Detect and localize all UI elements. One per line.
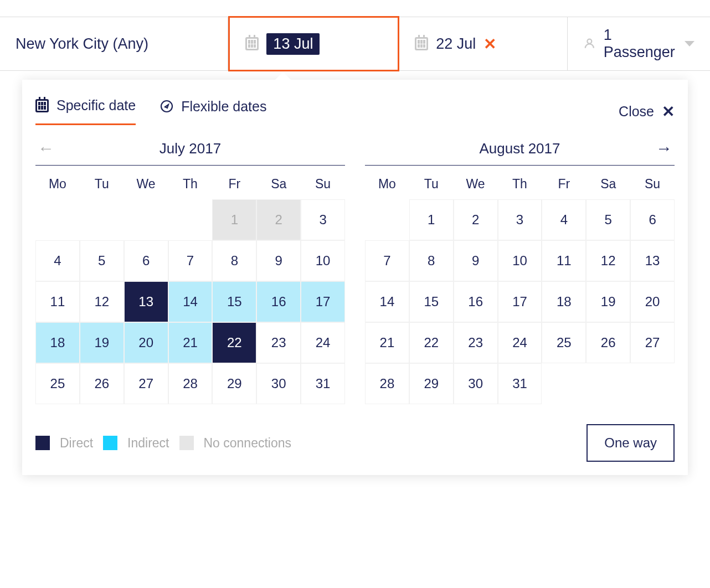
day-cell[interactable]: 18 [35,322,80,363]
legend-label-noconn: No connections [204,436,292,451]
day-cell[interactable]: 24 [498,322,542,363]
close-label: Close [619,104,654,120]
day-cell[interactable]: 6 [630,199,675,240]
next-month-button[interactable]: → [656,139,672,158]
day-cell[interactable]: 13 [124,281,168,322]
day-cell[interactable]: 20 [630,281,675,322]
day-cell[interactable]: 21 [168,322,213,363]
day-cell[interactable]: 29 [212,363,256,404]
day-cell[interactable]: 27 [630,322,675,363]
calendar-icon [415,37,428,50]
day-cell[interactable]: 30 [454,363,498,404]
day-cell[interactable]: 7 [168,240,213,281]
calendar-icon [245,37,259,50]
day-cell[interactable]: 12 [80,281,124,322]
close-icon: ✕ [662,102,675,121]
day-cell[interactable]: 4 [35,240,80,281]
weekday-label: We [454,177,498,192]
day-cell[interactable]: 26 [80,363,124,404]
clear-return-icon[interactable]: ✕ [483,35,496,53]
weekday-label: Sa [256,177,301,192]
day-cell[interactable]: 1 [409,199,454,240]
day-cell[interactable]: 27 [124,363,168,404]
tab-label: Specific date [56,97,136,114]
day-cell[interactable]: 23 [454,322,498,363]
day-cell[interactable]: 24 [301,322,345,363]
weekday-label: Th [168,177,213,192]
day-cell[interactable]: 7 [365,240,409,281]
day-cell[interactable]: 19 [586,281,630,322]
day-cell[interactable]: 10 [301,240,345,281]
day-cell[interactable]: 11 [35,281,80,322]
search-bar: New York City (Any) 13 Jul 22 Jul ✕ 1 Pa… [0,17,710,71]
day-cell[interactable]: 22 [212,322,256,363]
destination-field[interactable]: New York City (Any) [0,17,228,70]
day-cell[interactable]: 16 [454,281,498,322]
month-header: ←July 2017 [35,132,345,166]
day-cell[interactable]: 20 [124,322,168,363]
weekday-label: Su [301,177,345,192]
day-cell[interactable]: 8 [212,240,256,281]
day-cell[interactable]: 31 [498,363,542,404]
day-cell[interactable]: 5 [80,240,124,281]
close-button[interactable]: Close ✕ [619,102,675,121]
day-cell[interactable]: 11 [542,240,586,281]
day-cell[interactable]: 19 [80,322,124,363]
day-cell[interactable]: 15 [212,281,256,322]
legend-swatch-noconn [179,436,194,450]
one-way-button[interactable]: One way [586,424,675,462]
weekday-label: Su [630,177,675,192]
day-cell[interactable]: 12 [586,240,630,281]
day-cell[interactable]: 21 [365,322,409,363]
day-cell[interactable]: 16 [256,281,301,322]
weekday-label: Fr [212,177,256,192]
day-cell[interactable]: 6 [124,240,168,281]
day-cell[interactable]: 25 [35,363,80,404]
day-cell[interactable]: 2 [454,199,498,240]
weekday-label: Sa [586,177,630,192]
day-cell[interactable]: 4 [542,199,586,240]
day-cell[interactable]: 28 [365,363,409,404]
day-cell[interactable]: 31 [301,363,345,404]
weekday-label: Mo [35,177,80,192]
depart-date-field[interactable]: 13 Jul [228,16,399,71]
weekday-label: We [124,177,168,192]
day-cell[interactable]: 23 [256,322,301,363]
day-cell[interactable]: 9 [256,240,301,281]
weekday-row: MoTuWeThFrSaSu [365,177,675,192]
weekday-label: Tu [80,177,124,192]
day-cell[interactable]: 30 [256,363,301,404]
weekday-label: Fr [542,177,586,192]
day-cell[interactable]: 17 [498,281,542,322]
weekday-label: Th [498,177,542,192]
day-cell[interactable]: 18 [542,281,586,322]
person-icon [583,37,596,51]
svg-point-0 [587,39,591,44]
day-cell[interactable]: 28 [168,363,213,404]
tab-flexible-dates[interactable]: Flexible dates [160,97,266,125]
calendar-icon [35,99,49,112]
return-date-field[interactable]: 22 Jul ✕ [399,17,568,70]
day-cell[interactable]: 8 [409,240,454,281]
day-cell[interactable]: 13 [630,240,675,281]
day-cell[interactable]: 3 [498,199,542,240]
day-cell[interactable]: 29 [409,363,454,404]
day-cell[interactable]: 14 [365,281,409,322]
day-cell[interactable]: 17 [301,281,345,322]
passengers-value: 1 Passenger [604,27,677,61]
day-cell[interactable]: 22 [409,322,454,363]
day-cell[interactable]: 3 [301,199,345,240]
tab-specific-date[interactable]: Specific date [35,97,136,125]
day-cell[interactable]: 14 [168,281,213,322]
day-cell[interactable]: 9 [454,240,498,281]
depart-date-value: 13 Jul [266,33,320,55]
day-cell[interactable]: 25 [542,322,586,363]
day-cell[interactable]: 26 [586,322,630,363]
return-date-value: 22 Jul [436,35,476,53]
date-picker-popover: Specific date Flexible dates Close ✕ ←Ju… [22,80,688,475]
calendar-month: ←July 2017MoTuWeThFrSaSu1234567891011121… [35,132,345,404]
day-cell[interactable]: 15 [409,281,454,322]
day-cell[interactable]: 5 [586,199,630,240]
day-cell[interactable]: 10 [498,240,542,281]
passengers-field[interactable]: 1 Passenger [568,17,710,70]
